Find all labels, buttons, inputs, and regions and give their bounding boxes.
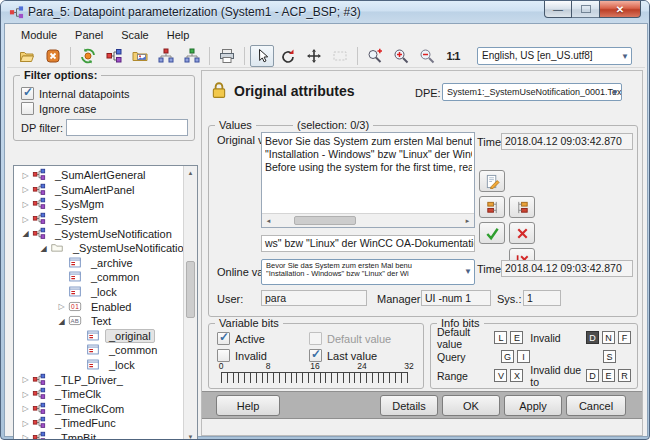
- info-bit-d-button[interactable]: D: [586, 331, 599, 344]
- tree-item--timeclk[interactable]: ▷_TimeClk: [15, 387, 183, 402]
- refresh-button[interactable]: [76, 45, 100, 67]
- reload-button[interactable]: [276, 45, 300, 67]
- expander-icon[interactable]: ▷: [19, 433, 32, 440]
- tree-item--lock[interactable]: _lock: [15, 358, 183, 373]
- dpe-select[interactable]: System1:_SystemUseNotification_0001.Tex▼: [442, 83, 622, 101]
- details-button[interactable]: Details: [380, 395, 438, 416]
- transfer-value-right-button[interactable]: [509, 196, 535, 218]
- expander-icon[interactable]: ◢: [55, 317, 68, 326]
- original-value-textarea[interactable]: Bevor Sie das System zum ersten Mal benu…: [261, 132, 475, 228]
- org-tree-green-button[interactable]: [180, 45, 204, 67]
- info-bit-s-button[interactable]: S: [603, 350, 616, 363]
- tree-item--systemusenotification[interactable]: ◢_SystemUseNotification: [15, 226, 183, 241]
- zoom-region-button[interactable]: [363, 45, 387, 67]
- cancel-button[interactable]: Cancel: [566, 395, 626, 416]
- tree-vertical-scrollbar[interactable]: ▲ ▼: [183, 166, 197, 440]
- expander-icon[interactable]: ▷: [19, 375, 32, 384]
- expander-icon[interactable]: ▷: [19, 171, 32, 180]
- tree-item--sysmgm[interactable]: ▷_SysMgm: [15, 197, 183, 212]
- close-button[interactable]: ✕: [599, 1, 641, 18]
- apply-value-button[interactable]: [479, 222, 505, 244]
- scroll-left-icon[interactable]: ◄: [262, 214, 275, 227]
- edit-value-button[interactable]: [479, 170, 505, 192]
- online-value-select[interactable]: Bevor Sie das System zum ersten Mal benu…: [261, 259, 475, 285]
- menu-item-panel[interactable]: Panel: [67, 27, 111, 43]
- tree-item--common[interactable]: _common: [15, 270, 183, 285]
- cursor-button[interactable]: [250, 45, 274, 67]
- picture-module-button[interactable]: [128, 45, 152, 67]
- tree-item--sumalertgeneral[interactable]: ▷_SumAlertGeneral: [15, 168, 183, 183]
- expander-icon[interactable]: ▷: [19, 200, 32, 209]
- ok-button[interactable]: OK: [442, 395, 500, 416]
- transfer-value-left-button[interactable]: [479, 196, 505, 218]
- one-to-one-button[interactable]: 1:1: [441, 45, 465, 67]
- tree-item--common[interactable]: _common: [15, 343, 183, 358]
- language-select[interactable]: English, US [en_US.utf8]▼: [477, 47, 632, 65]
- chevron-down-icon: ▼: [611, 88, 619, 97]
- tree-item-enabled[interactable]: ▷01Enabled: [15, 299, 183, 314]
- info-bit-v-button[interactable]: V: [494, 369, 507, 382]
- tree-item--system[interactable]: ▷_System: [15, 212, 183, 227]
- tree-item-label: _common: [105, 343, 161, 357]
- exit-button[interactable]: [41, 45, 65, 67]
- scroll-thumb[interactable]: [294, 216, 356, 225]
- info-bit-group: DER: [586, 369, 631, 382]
- tree-item--timedfunc[interactable]: ▷_TimedFunc: [15, 416, 183, 431]
- info-bit-r-button[interactable]: R: [618, 369, 631, 382]
- tree-item--archive[interactable]: _archive: [15, 256, 183, 271]
- apply-button[interactable]: Apply: [504, 395, 562, 416]
- expander-icon[interactable]: ▷: [19, 419, 32, 428]
- org-tree-red-icon: [158, 48, 174, 64]
- menu-item-help[interactable]: Help: [159, 27, 198, 43]
- help-button[interactable]: Help: [216, 395, 280, 416]
- info-bit-l-button[interactable]: L: [494, 331, 507, 344]
- discard-value-button[interactable]: [509, 222, 535, 244]
- scroll-thumb[interactable]: [186, 261, 195, 318]
- checkbox-internal-datapoints[interactable]: Internal datapoints: [21, 86, 130, 101]
- tree-item--lock[interactable]: _lock: [15, 285, 183, 300]
- info-bit-i-button[interactable]: I: [517, 350, 530, 363]
- minimize-button[interactable]: —: [544, 1, 572, 18]
- zoom-out-button[interactable]: [415, 45, 439, 67]
- tree-item--sumalertpanel[interactable]: ▷_SumAlertPanel: [15, 183, 183, 198]
- print-button[interactable]: [215, 45, 239, 67]
- maximize-button[interactable]: [572, 1, 599, 18]
- tree-item--tmpbit[interactable]: ▷_TmpBit: [15, 431, 183, 440]
- zoom-in-button[interactable]: [389, 45, 413, 67]
- info-bit-g-button[interactable]: G: [501, 350, 514, 363]
- info-bit-f-button[interactable]: F: [618, 331, 631, 344]
- title-bar[interactable]: Para_5: Datapoint parameterization (Syst…: [1, 1, 649, 23]
- datapoint-tree-button[interactable]: [102, 45, 126, 67]
- expander-icon[interactable]: ▷: [19, 390, 32, 399]
- tree-item-text[interactable]: ◢ABText: [15, 314, 183, 329]
- org-tree-red-button[interactable]: [154, 45, 178, 67]
- expander-icon[interactable]: ◢: [19, 229, 32, 238]
- scroll-right-icon[interactable]: ►: [461, 214, 474, 227]
- expander-icon[interactable]: ▷: [19, 185, 32, 194]
- expander-icon[interactable]: ▷: [19, 215, 32, 224]
- info-bit-x-button[interactable]: X: [510, 369, 523, 382]
- info-bit-d-button[interactable]: D: [586, 369, 599, 382]
- tree-item--systemusenotification-0001[interactable]: ◢_SystemUseNotification_0001: [15, 241, 183, 256]
- info-bit-e-button[interactable]: E: [602, 369, 615, 382]
- tree-item--tlp-driver-[interactable]: ▷_TLP_Driver_: [15, 372, 183, 387]
- move-button[interactable]: [302, 45, 326, 67]
- menu-item-module[interactable]: Module: [13, 27, 65, 43]
- scroll-up-icon[interactable]: ▲: [184, 166, 197, 179]
- open-folder-button[interactable]: [15, 45, 39, 67]
- scroll-down-icon[interactable]: ▼: [184, 430, 197, 440]
- textarea-horizontal-scrollbar[interactable]: ◄ ►: [262, 213, 474, 227]
- tree-item--timeclkcom[interactable]: ▷_TimeClkCom: [15, 402, 183, 417]
- info-bit-e-button[interactable]: E: [510, 331, 523, 344]
- checkbox-ignore-case[interactable]: Ignore case: [21, 101, 130, 116]
- tree-item--original[interactable]: _original: [15, 329, 183, 344]
- info-bit-n-button[interactable]: N: [602, 331, 615, 344]
- expander-icon[interactable]: ▷: [19, 404, 32, 413]
- menu-item-scale[interactable]: Scale: [113, 27, 157, 43]
- expander-icon[interactable]: ◢: [37, 244, 50, 253]
- close-icon: ✕: [616, 4, 624, 15]
- expander-icon[interactable]: ▷: [55, 302, 68, 311]
- chevron-down-icon: ▼: [464, 268, 472, 276]
- checkbox-active[interactable]: Active: [217, 331, 309, 346]
- dp-filter-input[interactable]: [66, 119, 188, 136]
